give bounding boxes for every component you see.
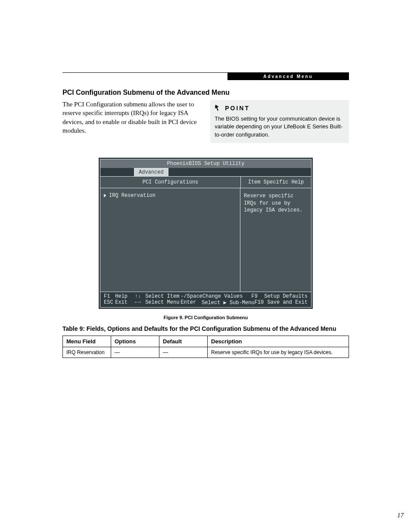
label-select-item: Select Item xyxy=(145,293,181,299)
bios-footrow-1: F1 Help ↑↓ Select Item -/Space Change Va… xyxy=(104,293,308,299)
label-select-menu: Select Menu xyxy=(145,299,181,306)
figure-caption: Figure 9. PCI Configuration Submenu xyxy=(62,315,349,320)
point-box: POINT The BIOS setting for your communic… xyxy=(210,100,349,143)
td-description: Reserve specific IRQs for use by legacy … xyxy=(208,347,349,358)
key-f9: F9 xyxy=(251,293,264,299)
point-header: POINT xyxy=(215,103,345,113)
key-f10: F10 xyxy=(255,299,268,306)
page-number: 17 xyxy=(382,512,404,519)
label-help: Help xyxy=(115,293,134,299)
bios-item-label: IRQ Reservation xyxy=(109,193,156,199)
bios-footer: F1 Help ↑↓ Select Item -/Space Change Va… xyxy=(100,292,311,308)
label-exit: Exit xyxy=(115,299,134,306)
intro-paragraph: The PCI Configuration submenu allows the… xyxy=(62,100,202,143)
th-description: Description xyxy=(208,336,349,347)
table-row: IRQ Reservation — — Reserve specific IRQ… xyxy=(63,347,349,358)
th-options: Options xyxy=(111,336,159,347)
bios-tab-advanced: Advanced xyxy=(134,168,168,176)
point-label: POINT xyxy=(225,104,250,113)
section-heading: PCI Configuration Submenu of the Advance… xyxy=(62,89,349,96)
intro-row: The PCI Configuration submenu allows the… xyxy=(62,100,349,143)
arrows-lr-icon: ←→ xyxy=(135,299,145,306)
arrows-ud-icon: ↑↓ xyxy=(135,293,145,299)
label-setup-defaults: Setup Defaults xyxy=(264,293,308,299)
bios-subhead-row: PCI Configurations Item Specific Help xyxy=(100,177,311,188)
th-default: Default xyxy=(159,336,208,347)
bios-help-pane: Reserve specific IRQs for use by legacy … xyxy=(240,188,311,292)
th-menu-field: Menu Field xyxy=(63,336,111,347)
key-f1: F1 xyxy=(104,293,115,299)
bios-left-header: PCI Configurations xyxy=(100,177,241,188)
key-esc: ESC xyxy=(104,299,115,306)
label-select-submenu: Select ▶ Sub-Menu xyxy=(202,299,254,306)
table-caption: Table 9: Fields, Options and Defaults fo… xyxy=(62,325,349,332)
td-menu-field: IRQ Reservation xyxy=(63,347,111,358)
page-body: PCI Configuration Submenu of the Advance… xyxy=(62,72,349,358)
triangle-right-icon xyxy=(104,194,106,197)
bios-left-pane: IRQ Reservation xyxy=(100,188,240,292)
bios-item-irq: IRQ Reservation xyxy=(104,193,237,199)
label-change-values: Change Values xyxy=(202,293,252,299)
bios-title: PhoenixBIOS Setup Utility xyxy=(100,159,311,168)
key-enter: Enter xyxy=(181,299,202,306)
table-header-row: Menu Field Options Default Description xyxy=(63,336,349,347)
td-default: — xyxy=(159,347,208,358)
bios-footrow-2: ESC Exit ←→ Select Menu Enter Select ▶ S… xyxy=(104,299,308,306)
bios-figure: PhoenixBIOS Setup Utility Advanced PCI C… xyxy=(99,158,313,309)
td-options: — xyxy=(111,347,159,358)
key-space: -/Space xyxy=(181,293,202,299)
bios-tab-row: Advanced xyxy=(100,168,311,176)
bios-right-header: Item Specific Help xyxy=(241,177,311,188)
bios-frame: PhoenixBIOS Setup Utility Advanced PCI C… xyxy=(99,158,313,309)
fields-table: Menu Field Options Default Description I… xyxy=(62,336,349,358)
label-save-exit: Save and Exit xyxy=(267,299,308,306)
point-text: The BIOS setting for your communication … xyxy=(215,115,345,139)
point-icon xyxy=(215,103,222,113)
bios-body: IRQ Reservation Reserve specific IRQs fo… xyxy=(100,188,311,292)
